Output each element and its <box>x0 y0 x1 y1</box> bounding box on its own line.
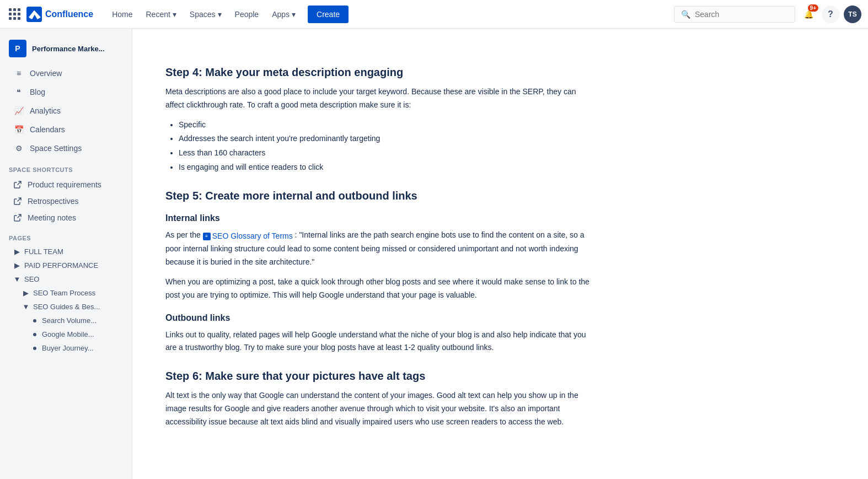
nav-links: Home Recent ▾ Spaces ▾ People Apps ▾ Cre… <box>106 6 674 23</box>
step5-heading: Step 5: Create more internal and outboun… <box>165 190 596 202</box>
user-avatar[interactable]: TS <box>844 6 861 23</box>
notifications-button[interactable]: 🔔 9+ <box>800 6 817 23</box>
nav-spaces[interactable]: Spaces ▾ <box>184 7 227 22</box>
chevron-right-icon: ▶ <box>13 248 21 256</box>
nav-home[interactable]: Home <box>106 7 138 22</box>
search-box[interactable]: 🔍 <box>674 6 795 23</box>
space-icon: P <box>9 40 26 57</box>
analytics-icon: 📈 <box>13 105 24 116</box>
pages-section-label: PAGES <box>0 226 132 245</box>
list-item: Specific <box>179 119 596 132</box>
sidebar-item-analytics[interactable]: 📈 Analytics <box>4 101 127 120</box>
outbound-links-body: Links out to quality, related pages will… <box>165 329 596 355</box>
chevron-right-icon: ▶ <box>13 262 21 270</box>
space-header[interactable]: P Performance Marke... <box>0 35 132 64</box>
pages-item-seo-team-process[interactable]: ▶ SEO Team Process <box>4 286 127 300</box>
nav-recent[interactable]: Recent ▾ <box>140 7 181 22</box>
outbound-links-heading: Outbound links <box>165 313 596 323</box>
shortcuts-section-label: SPACE SHORTCUTS <box>0 158 132 176</box>
pages-item-buyer-journey[interactable]: Buyer Journey... <box>4 341 127 355</box>
seo-glossary-link[interactable]: ≡ SEO Glossary of Terms <box>203 230 293 243</box>
step4-bullets: Specific Addresses the search intent you… <box>179 119 596 174</box>
bullet-icon <box>33 319 36 322</box>
external-link-icon <box>13 180 22 189</box>
pages-item-seo-guides[interactable]: ▼ SEO Guides & Bes... <box>4 300 127 314</box>
chevron-right-icon: ▶ <box>22 289 30 297</box>
sidebar: P Performance Marke... ≡ Overview ❝ Blog… <box>0 29 132 479</box>
nav-apps[interactable]: Apps ▾ <box>266 7 301 22</box>
step6-body: Alt text is the only way that Google can… <box>165 389 596 428</box>
main-content: Step 4: Make your meta description engag… <box>132 29 629 479</box>
sidebar-item-space-settings[interactable]: ⚙ Space Settings <box>4 139 127 158</box>
pages-item-paid-performance[interactable]: ▶ PAID PERFORMANCE <box>4 259 127 272</box>
top-navigation: Confluence Home Recent ▾ Spaces ▾ People… <box>0 0 868 29</box>
sidebar-item-calendars[interactable]: 📅 Calendars <box>4 120 127 139</box>
nav-people[interactable]: People <box>229 7 265 22</box>
create-button[interactable]: Create <box>308 6 349 23</box>
page-layout: P Performance Marke... ≡ Overview ❝ Blog… <box>0 29 868 479</box>
step4-intro: Meta descriptions are also a good place … <box>165 85 596 112</box>
settings-icon: ⚙ <box>13 143 24 154</box>
space-name: Performance Marke... <box>32 45 105 53</box>
overview-icon: ≡ <box>13 68 24 79</box>
topnav-right: 🔍 🔔 9+ ? TS <box>674 6 861 23</box>
chevron-down-icon: ▼ <box>22 303 30 311</box>
help-button[interactable]: ? <box>822 6 839 23</box>
blog-icon: ❝ <box>13 87 24 98</box>
app-grid-button[interactable] <box>7 7 22 22</box>
internal-links-body2: When you are optimizing a post, take a q… <box>165 276 596 302</box>
help-icon: ? <box>828 9 833 19</box>
list-item: Is engaging and will entice readers to c… <box>179 161 596 174</box>
confluence-logo-text: Confluence <box>45 9 93 19</box>
sidebar-item-blog[interactable]: ❝ Blog <box>4 83 127 101</box>
step6-heading: Step 6: Make sure that your pictures hav… <box>165 370 596 383</box>
external-link-icon <box>13 213 22 222</box>
page-link-icon: ≡ <box>203 233 211 240</box>
shortcut-retrospectives[interactable]: Retrospectives <box>4 193 127 209</box>
notification-badge: 9+ <box>808 4 818 12</box>
pages-item-full-team[interactable]: ▶ FULL TEAM <box>4 245 127 259</box>
pages-item-search-volume[interactable]: Search Volume... <box>4 314 127 327</box>
calendar-icon: 📅 <box>13 124 24 135</box>
internal-links-body: As per the ≡ SEO Glossary of Terms : "In… <box>165 229 596 269</box>
pages-item-google-mobile[interactable]: Google Mobile... <box>4 327 127 341</box>
external-link-icon <box>13 197 22 206</box>
internal-links-heading: Internal links <box>165 213 596 223</box>
chevron-down-icon: ▼ <box>13 276 21 283</box>
pages-item-seo[interactable]: ▼ SEO <box>4 272 127 286</box>
bullet-icon <box>33 347 36 350</box>
shortcut-meeting-notes[interactable]: Meeting notes <box>4 209 127 226</box>
confluence-logo[interactable]: Confluence <box>26 7 93 22</box>
bullet-icon <box>33 333 36 336</box>
sidebar-item-overview[interactable]: ≡ Overview <box>4 64 127 83</box>
search-input[interactable] <box>695 10 778 19</box>
shortcut-product-requirements[interactable]: Product requirements <box>4 176 127 193</box>
list-item: Addresses the search intent you're predo… <box>179 132 596 146</box>
step4-heading: Step 4: Make your meta description engag… <box>165 66 596 79</box>
search-icon: 🔍 <box>681 10 690 19</box>
list-item: Less than 160 characters <box>179 147 596 160</box>
